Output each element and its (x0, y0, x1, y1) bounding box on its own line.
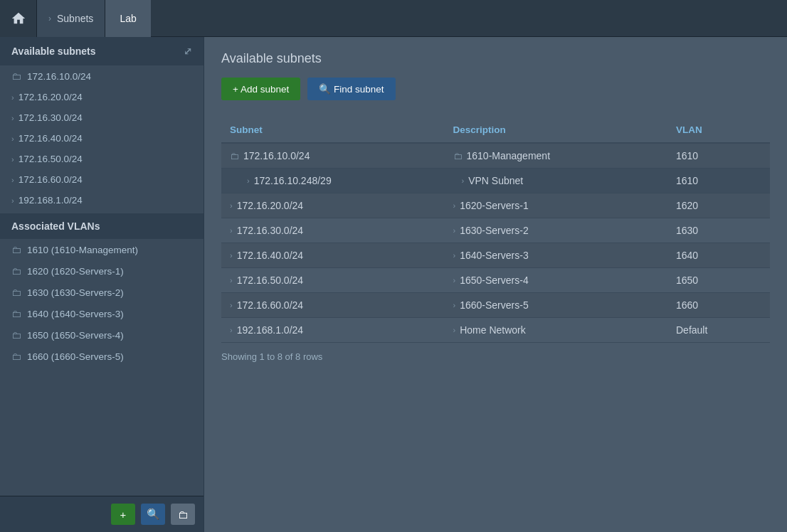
folder-icon: 🗀 (11, 287, 21, 298)
cell-subnet: › 192.168.1.0/24 (230, 324, 453, 336)
folder-button[interactable]: 🗀 (171, 504, 195, 525)
sidebar-subnets-header: Available subnets ⤢ (0, 37, 204, 65)
cell-vlan: 1640 (676, 250, 761, 261)
breadcrumb-label: Subnets (57, 13, 93, 24)
sidebar-subnet-label: 172.16.60.0/24 (19, 174, 83, 185)
folder-icon: 🗀 (11, 244, 21, 255)
cell-vlan: 1650 (676, 275, 761, 286)
table-row[interactable]: › 172.16.10.248/29 › VPN Subnet 1610 (221, 169, 770, 193)
home-icon (11, 11, 26, 26)
sidebar-vlan-label: 1640 (1640-Servers-3) (27, 309, 124, 319)
table-row[interactable]: › 172.16.20.0/24 › 1620-Servers-1 1620 (221, 193, 770, 218)
sidebar-vlan-label: 1650 (1650-Servers-4) (27, 330, 124, 341)
home-button[interactable] (0, 0, 37, 37)
chevron-right-icon: › (462, 176, 465, 185)
cell-subnet: › 172.16.10.248/29 (247, 175, 462, 186)
sidebar-item-vlan-1[interactable]: 🗀 1610 (1610-Management) (0, 239, 204, 260)
chevron-right-icon: › (453, 251, 456, 260)
cell-subnet: › 172.16.50.0/24 (230, 275, 453, 286)
sidebar-subnet-label: 172.16.20.0/24 (19, 92, 83, 102)
sidebar-item-subnet-3[interactable]: › 172.16.30.0/24 (0, 107, 204, 128)
find-subnet-label: 🔍 Find subnet (319, 83, 384, 95)
sidebar-vlan-label: 1660 (1660-Servers-5) (27, 351, 124, 362)
chevron-icon: › (11, 93, 14, 102)
chevron-icon: › (11, 155, 14, 164)
folder-icon: 🗀 (11, 265, 21, 277)
table-row[interactable]: › 172.16.50.0/24 › 1650-Servers-4 1650 (221, 268, 770, 293)
sidebar-item-vlan-5[interactable]: 🗀 1650 (1650-Servers-4) (0, 324, 204, 346)
folder-icon: 🗀 (11, 308, 21, 319)
sidebar-subnet-label: 172.16.10.0/24 (27, 71, 91, 82)
table-row[interactable]: 🗀 172.16.10.0/24 🗀 1610-Management 1610 (221, 144, 770, 169)
chevron-right-icon: › (453, 276, 456, 284)
sidebar-subnet-label: 172.16.30.0/24 (19, 112, 83, 123)
add-subnet-button[interactable]: + Add subnet (221, 78, 300, 100)
col-description-header: Description (453, 124, 677, 135)
chevron-right-icon: › (230, 251, 233, 260)
chevron-icon: › (11, 134, 14, 143)
sidebar-item-vlan-3[interactable]: 🗀 1630 (1630-Servers-2) (0, 282, 204, 303)
folder-open-icon: 🗀 (230, 151, 239, 161)
chevron-right-icon: › (230, 201, 233, 210)
sidebar-item-vlan-2[interactable]: 🗀 1620 (1620-Servers-1) (0, 260, 204, 282)
table-row[interactable]: › 172.16.30.0/24 › 1630-Servers-2 1630 (221, 218, 770, 243)
sidebar: Available subnets ⤢ 🗀 172.16.10.0/24 › 1… (0, 37, 204, 532)
cell-subnet: › 172.16.40.0/24 (230, 250, 453, 261)
cell-vlan: Default (676, 324, 761, 336)
cell-description: › 1650-Servers-4 (453, 275, 677, 286)
page-title: Available subnets (221, 51, 770, 66)
subnets-table: Subnet Description VLAN 🗀 172.16.10.0/24… (221, 117, 770, 343)
cell-subnet: 🗀 172.16.10.0/24 (230, 150, 453, 161)
sidebar-item-subnet-5[interactable]: › 172.16.50.0/24 (0, 149, 204, 169)
cell-description: › Home Network (453, 324, 677, 336)
tab-lab[interactable]: Lab (105, 0, 150, 37)
chevron-right-icon: › (230, 276, 233, 284)
sidebar-item-subnet-2[interactable]: › 172.16.20.0/24 (0, 87, 204, 107)
action-bar: + Add subnet 🔍 Find subnet (221, 78, 770, 100)
chevron-right-icon: › (247, 176, 250, 185)
breadcrumb: › Subnets (37, 0, 105, 37)
chevron-right-icon: › (453, 326, 456, 334)
table-row[interactable]: › 172.16.60.0/24 › 1660-Servers-5 1660 (221, 293, 770, 318)
sidebar-subnet-label: 172.16.40.0/24 (19, 133, 83, 144)
main-content: Available subnets + Add subnet 🔍 Find su… (204, 37, 787, 532)
sidebar-item-subnet-1[interactable]: 🗀 172.16.10.0/24 (0, 65, 204, 87)
chevron-right-icon: › (230, 226, 233, 235)
cell-description: › 1640-Servers-3 (453, 250, 677, 261)
chevron-right-icon: › (230, 301, 233, 309)
sidebar-vlan-label: 1630 (1630-Servers-2) (27, 287, 124, 298)
sidebar-item-vlan-4[interactable]: 🗀 1640 (1640-Servers-3) (0, 303, 204, 324)
add-button[interactable]: + (111, 504, 135, 525)
cell-subnet: › 172.16.20.0/24 (230, 200, 453, 211)
table-row[interactable]: › 192.168.1.0/24 › Home Network Default (221, 318, 770, 343)
cell-description: 🗀 1610-Management (453, 150, 677, 161)
folder-icon: 🗀 (11, 329, 21, 341)
sidebar-vlan-label: 1610 (1610-Management) (27, 245, 138, 255)
expand-icon[interactable]: ⤢ (184, 46, 192, 57)
sidebar-subnet-label: 172.16.50.0/24 (19, 154, 83, 164)
sidebar-vlans-header: Associated VLANs (0, 213, 204, 239)
breadcrumb-chevron: › (48, 14, 51, 23)
cell-vlan: 1630 (676, 225, 761, 236)
chevron-icon: › (11, 176, 14, 184)
sidebar-vlan-label: 1620 (1620-Servers-1) (27, 266, 124, 277)
sidebar-item-subnet-7[interactable]: › 192.168.1.0/24 (0, 190, 204, 211)
status-bar: Showing 1 to 8 of 8 rows (221, 343, 770, 371)
chevron-right-icon: › (453, 301, 456, 309)
find-subnet-button[interactable]: 🔍 Find subnet (307, 78, 395, 100)
chevron-right-icon: › (453, 226, 456, 235)
chevron-icon: › (11, 114, 14, 122)
sidebar-item-subnet-6[interactable]: › 172.16.60.0/24 (0, 169, 204, 190)
search-button[interactable]: 🔍 (141, 504, 165, 525)
table-row[interactable]: › 172.16.40.0/24 › 1640-Servers-3 1640 (221, 243, 770, 268)
cell-vlan: 1610 (676, 150, 761, 161)
folder-icon: 🗀 (11, 351, 21, 362)
folder-open-icon: 🗀 (453, 151, 463, 161)
cell-vlan: 1610 (676, 175, 761, 186)
sidebar-subnet-label: 192.168.1.0/24 (19, 195, 83, 206)
chevron-icon: › (11, 196, 14, 205)
sidebar-item-vlan-6[interactable]: 🗀 1660 (1660-Servers-5) (0, 346, 204, 367)
sidebar-item-subnet-4[interactable]: › 172.16.40.0/24 (0, 128, 204, 149)
cell-vlan: 1660 (676, 299, 761, 311)
cell-vlan: 1620 (676, 200, 761, 211)
